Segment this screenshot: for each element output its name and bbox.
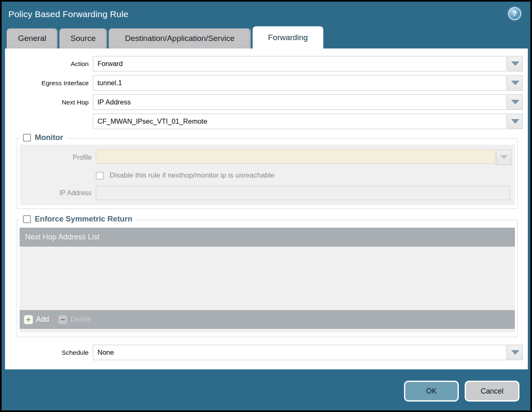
next-hop-address-combobox: CF_MWAN_IPsec_VTI_01_Remote [93, 114, 523, 129]
next-hop-address-list-body [20, 247, 515, 310]
monitor-legend-label: Monitor [35, 133, 63, 142]
minus-icon: − [58, 315, 67, 324]
tab-source[interactable]: Source [59, 28, 107, 48]
plus-icon: + [24, 315, 33, 324]
action-value[interactable]: Forward [93, 56, 506, 71]
help-icon[interactable]: ? [508, 7, 521, 20]
monitor-ip-address-row: IP Address [20, 186, 512, 200]
monitor-panel: Profile Disable this rule if nexthop/mon… [20, 145, 515, 205]
profile-label: Profile [20, 154, 96, 161]
chevron-down-icon [511, 81, 519, 85]
schedule-row: Schedule None [5, 345, 523, 360]
dialog-titlebar: Policy Based Forwarding Rule ? [8, 7, 524, 22]
profile-combobox [96, 150, 512, 165]
egress-interface-dropdown-button[interactable] [507, 75, 523, 91]
next-hop-combobox: IP Address [93, 94, 523, 110]
enforce-symmetric-return-legend: Enforce Symmetric Return [20, 214, 136, 224]
monitor-checkbox[interactable] [23, 134, 31, 142]
profile-value [96, 150, 495, 164]
egress-interface-combobox: tunnel.1 [93, 75, 523, 91]
tab-strip: General Source Destination/Application/S… [7, 26, 323, 48]
table-bottom-strip [20, 329, 515, 333]
ok-button[interactable]: OK [404, 381, 459, 402]
disable-rule-checkbox [96, 172, 104, 180]
delete-button-label: Delete [70, 315, 92, 324]
action-row: Action Forward [5, 56, 523, 71]
next-hop-address-list-header-label: Next Hop Address List [25, 233, 100, 242]
next-hop-address-list-header: Next Hop Address List [20, 228, 515, 247]
next-hop-address-value[interactable]: CF_MWAN_IPsec_VTI_01_Remote [93, 114, 506, 129]
add-button: + Add [24, 315, 49, 324]
disable-rule-row: Disable this rule if nexthop/monitor ip … [20, 171, 512, 180]
next-hop-address-dropdown-button[interactable] [507, 114, 523, 129]
monitor-ip-address-value [96, 186, 510, 200]
tab-forwarding[interactable]: Forwarding [253, 26, 323, 48]
cancel-button[interactable]: Cancel [465, 381, 519, 402]
dialog-title: Policy Based Forwarding Rule [8, 9, 128, 19]
tab-destination-application-service[interactable]: Destination/Application/Service [109, 28, 251, 48]
forwarding-tab-panel: Action Forward Egress Interface tunnel.1… [5, 48, 528, 369]
disable-rule-label: Disable this rule if nexthop/monitor ip … [110, 171, 274, 180]
schedule-dropdown-button[interactable] [507, 345, 523, 360]
egress-interface-row: Egress Interface tunnel.1 [5, 75, 523, 91]
next-hop-label: Next Hop [5, 99, 93, 106]
enforce-symmetric-return-legend-label: Enforce Symmetric Return [35, 214, 132, 224]
next-hop-address-list-toolbar: + Add − Delete [20, 310, 515, 329]
schedule-label: Schedule [5, 349, 93, 356]
enforce-symmetric-return-group: Enforce Symmetric Return Next Hop Addres… [17, 220, 518, 337]
action-dropdown-button[interactable] [507, 56, 523, 71]
monitor-ip-address-label: IP Address [20, 189, 96, 197]
egress-interface-label: Egress Interface [5, 79, 93, 87]
delete-button: − Delete [58, 315, 92, 324]
action-label: Action [5, 60, 93, 68]
egress-interface-value[interactable]: tunnel.1 [93, 75, 506, 91]
next-hop-row: Next Hop IP Address [5, 94, 523, 110]
chevron-down-icon [511, 350, 519, 355]
schedule-value[interactable]: None [93, 345, 506, 360]
chevron-down-icon [500, 155, 508, 160]
chevron-down-icon [511, 61, 519, 66]
schedule-combobox: None [93, 345, 523, 360]
chevron-down-icon [511, 100, 519, 104]
next-hop-dropdown-button[interactable] [507, 94, 523, 110]
monitor-group: Monitor Profile Disable this rule if nex… [17, 138, 518, 209]
tab-general[interactable]: General [7, 28, 58, 48]
next-hop-address-list-table: Next Hop Address List + Add − Delete [20, 228, 515, 333]
dialog-footer: OK Cancel [404, 381, 519, 402]
enforce-symmetric-return-checkbox[interactable] [23, 215, 31, 223]
profile-dropdown-button [496, 150, 512, 165]
action-combobox: Forward [93, 56, 523, 71]
chevron-down-icon [511, 119, 519, 124]
monitor-legend: Monitor [20, 133, 66, 142]
next-hop-address-row: CF_MWAN_IPsec_VTI_01_Remote [5, 114, 523, 129]
next-hop-value[interactable]: IP Address [93, 94, 506, 110]
add-button-label: Add [36, 315, 49, 324]
pbf-rule-dialog: Policy Based Forwarding Rule ? General S… [0, 0, 532, 412]
profile-row: Profile [20, 150, 512, 165]
